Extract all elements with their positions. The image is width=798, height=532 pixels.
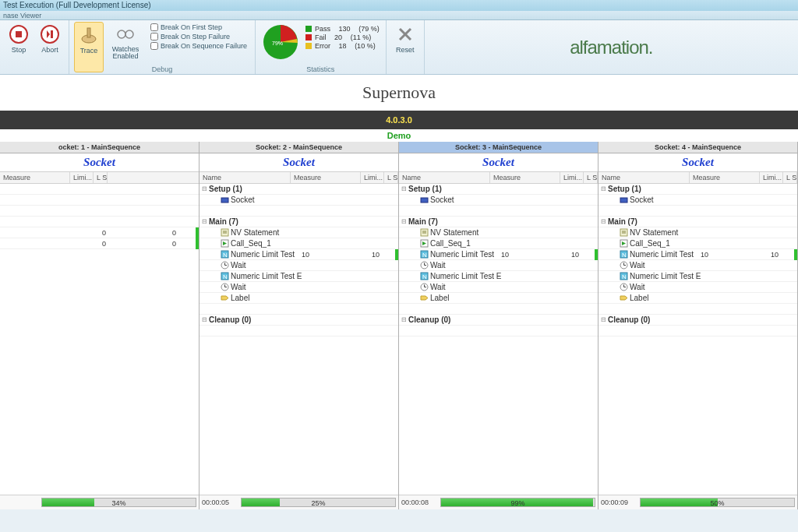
tree-row[interactable]: Label xyxy=(598,293,797,304)
break-first-checkbox[interactable]: Break On First Step xyxy=(150,23,247,31)
tree-row[interactable]: NV Statement xyxy=(598,227,797,238)
break-seq-checkbox[interactable]: Break On Sequence Failure xyxy=(150,42,247,50)
tree-row[interactable]: ⊟Main (7) xyxy=(598,217,797,227)
tree-row[interactable]: ⊟Main (7) xyxy=(399,217,598,227)
tree-row[interactable]: Call_Seq_1 xyxy=(598,238,797,249)
tools-icon xyxy=(394,23,416,45)
stmt-icon xyxy=(619,228,628,238)
socket-icon xyxy=(619,196,628,205)
socket-header[interactable]: ocket: 1 - MainSequence xyxy=(0,142,199,153)
step-tree[interactable]: ⊟Setup (1)Socket⊟Main (7)NV StatementCal… xyxy=(598,184,797,495)
step-label: Label xyxy=(630,294,701,302)
step-label: Numeric Limit Test Error xyxy=(630,272,701,280)
expand-toggle[interactable]: ⊟ xyxy=(399,185,408,192)
expand-toggle[interactable]: ⊟ xyxy=(200,218,209,225)
expand-toggle[interactable]: ⊟ xyxy=(399,316,408,323)
step-tree[interactable]: 0000 xyxy=(0,184,199,495)
tree-row[interactable]: Call_Seq_1 xyxy=(399,238,598,249)
step-label: Setup (1) xyxy=(408,185,501,193)
tree-row[interactable]: Socket xyxy=(598,195,797,206)
svg-text:N: N xyxy=(422,252,427,259)
reset-button[interactable]: Reset xyxy=(391,22,419,72)
tree-row[interactable]: 00 xyxy=(0,227,199,238)
expand-toggle[interactable]: ⊟ xyxy=(200,316,209,323)
socket-icon xyxy=(220,196,229,205)
sockets-container: ocket: 1 - MainSequenceSocketMeasureLimi… xyxy=(0,142,798,509)
label-icon xyxy=(619,294,628,303)
step-tree[interactable]: ⊟Setup (1)Socket⊟Main (7)NV StatementCal… xyxy=(200,184,398,495)
svg-rect-48 xyxy=(620,198,627,203)
tree-row[interactable] xyxy=(399,326,598,336)
socket-footer: 00:00:0899% xyxy=(399,495,598,509)
abort-icon xyxy=(39,23,61,45)
tree-row[interactable]: NNumeric Limit Test1010 xyxy=(200,249,398,260)
tree-row[interactable]: NNumeric Limit Test Error xyxy=(598,271,797,282)
step-label: Wait xyxy=(630,283,701,291)
tree-row[interactable]: ⊟Cleanup (0) xyxy=(399,315,598,326)
tree-row[interactable] xyxy=(399,206,598,217)
tree-row[interactable] xyxy=(200,304,398,315)
tree-row[interactable]: Call_Seq_1 xyxy=(200,238,398,249)
stmt-icon xyxy=(419,228,429,238)
expand-toggle[interactable]: ⊟ xyxy=(399,218,408,225)
tree-row[interactable] xyxy=(598,206,797,217)
tree-row[interactable]: Label xyxy=(200,293,398,304)
tree-row[interactable] xyxy=(598,326,797,336)
svg-marker-64 xyxy=(620,296,627,300)
socket-title: Socket xyxy=(200,153,398,171)
stop-button[interactable]: Stop xyxy=(5,22,33,72)
tree-row[interactable]: Socket xyxy=(399,195,598,206)
step-label: Main (7) xyxy=(209,217,302,226)
tree-row[interactable]: ⊟Main (7) xyxy=(200,217,398,227)
tree-row[interactable]: Wait xyxy=(200,260,398,271)
svg-text:79%: 79% xyxy=(272,41,283,46)
expand-toggle[interactable]: ⊟ xyxy=(598,218,608,225)
tree-row[interactable]: Label xyxy=(399,293,598,304)
error-swatch xyxy=(305,43,312,49)
tree-row[interactable]: Wait xyxy=(598,260,797,271)
tree-row[interactable]: Wait xyxy=(399,282,598,293)
progress-label: 25% xyxy=(311,499,325,508)
socket-header[interactable]: Socket: 2 - MainSequence xyxy=(200,142,398,153)
pass-swatch xyxy=(305,26,312,32)
step-label: Label xyxy=(430,294,501,302)
tree-row[interactable] xyxy=(399,304,598,315)
socket-header[interactable]: Socket: 4 - MainSequence xyxy=(598,142,797,153)
expand-toggle[interactable]: ⊟ xyxy=(200,185,209,192)
tree-row[interactable]: Wait xyxy=(399,260,598,271)
step-label: Cleanup (0) xyxy=(408,315,501,324)
tree-row[interactable]: ⊟Cleanup (0) xyxy=(200,315,398,326)
tree-row[interactable]: 00 xyxy=(0,238,199,249)
progress-label: 50% xyxy=(710,499,724,508)
tree-row[interactable]: Wait xyxy=(598,282,797,293)
tree-row[interactable]: ⊟Setup (1) xyxy=(598,184,797,195)
step-tree[interactable]: ⊟Setup (1)Socket⊟Main (7)NV StatementCal… xyxy=(399,184,598,495)
tree-row[interactable] xyxy=(200,206,398,217)
socket-title: Socket xyxy=(0,153,199,171)
tree-row[interactable]: ⊟Setup (1) xyxy=(200,184,398,195)
tree-row[interactable]: Socket xyxy=(200,195,398,206)
svg-marker-30 xyxy=(221,296,228,300)
tree-row[interactable]: NNumeric Limit Test Error xyxy=(200,271,398,282)
tree-row[interactable]: NNumeric Limit Test1010 xyxy=(399,249,598,260)
tree-row[interactable]: ⊟Setup (1) xyxy=(399,184,598,195)
progress-label: 99% xyxy=(510,499,524,508)
expand-toggle[interactable]: ⊟ xyxy=(598,316,608,323)
step-label: Main (7) xyxy=(408,217,501,226)
tree-row[interactable]: NNumeric Limit Test Error xyxy=(399,271,598,282)
step-label: Wait xyxy=(630,261,701,270)
tree-row[interactable]: ⊟Cleanup (0) xyxy=(598,315,797,326)
socket-header[interactable]: Socket: 3 - MainSequence xyxy=(399,142,598,153)
product-header: Supernova xyxy=(0,75,798,111)
tree-row[interactable]: Wait xyxy=(200,282,398,293)
tree-row[interactable] xyxy=(598,304,797,315)
svg-marker-47 xyxy=(421,296,428,300)
break-step-checkbox[interactable]: Break On Step Failure xyxy=(150,33,247,41)
tree-row[interactable] xyxy=(200,326,398,336)
tree-row[interactable]: NV Statement xyxy=(399,227,598,238)
expand-toggle[interactable]: ⊟ xyxy=(598,185,608,192)
tree-row[interactable]: NV Statement xyxy=(200,227,398,238)
tree-row[interactable]: NNumeric Limit Test1010 xyxy=(598,249,797,260)
socket-panel: ocket: 1 - MainSequenceSocketMeasureLimi… xyxy=(0,142,200,509)
abort-button[interactable]: Abort xyxy=(36,22,64,72)
